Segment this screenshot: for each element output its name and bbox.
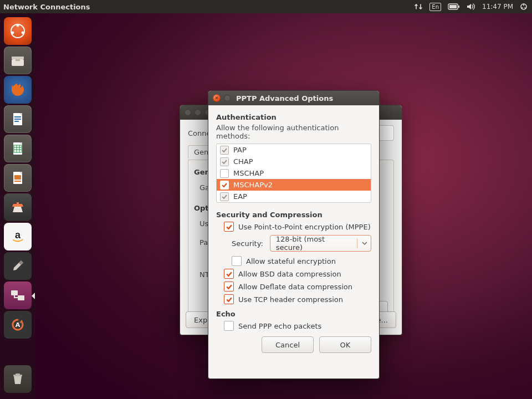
svg-rect-25 (18, 295, 24, 300)
launcher-firefox[interactable] (4, 76, 32, 104)
minimize-icon[interactable] (195, 109, 201, 116)
svg-rect-16 (13, 142, 22, 155)
svg-text:a: a (15, 229, 21, 241)
checkbox-icon[interactable] (224, 294, 234, 304)
security-header: Security and Compression (216, 211, 371, 219)
svg-rect-8 (12, 57, 24, 59)
svg-rect-1 (449, 5, 457, 8)
svg-rect-19 (14, 175, 21, 180)
security-level-label: Security: (232, 239, 263, 248)
deflate-option[interactable]: Allow Deflate data compression (224, 282, 371, 291)
svg-rect-13 (14, 116, 21, 117)
tcphdr-option[interactable]: Use TCP header compression (224, 294, 371, 304)
launcher-network-connections[interactable] (4, 282, 32, 309)
cancel-button[interactable]: Cancel (262, 336, 314, 353)
battery-indicator-icon[interactable] (448, 3, 460, 10)
auth-method-mschap[interactable]: MSCHAP (217, 167, 371, 179)
checkbox-icon[interactable] (220, 146, 229, 155)
security-level-value: 128-bit (most secure) (276, 235, 352, 252)
auth-method-list: PAP CHAP MSCHAP MSCHAPv2 EAP (216, 144, 371, 203)
network-indicator-icon[interactable] (414, 3, 423, 11)
ok-button-label: OK (340, 341, 351, 349)
checkbox-icon[interactable] (224, 282, 234, 291)
deflate-label: Allow Deflate data compression (238, 283, 352, 291)
svg-rect-20 (14, 181, 21, 182)
svg-rect-10 (16, 59, 20, 61)
dialog-title: PPTP Advanced Options (236, 94, 333, 103)
active-window-title: Network Connections (3, 3, 90, 11)
checkbox-icon[interactable] (224, 269, 234, 279)
svg-rect-2 (458, 6, 459, 8)
checkbox-icon[interactable] (220, 169, 229, 178)
echo-label: Send PPP echo packets (238, 322, 321, 330)
launcher-software-center[interactable] (4, 193, 32, 221)
cancel-button-label: Cancel (275, 341, 300, 349)
mppe-option[interactable]: Use Point-to-Point encryption (MPPE) (224, 222, 371, 232)
auth-method-label: MSCHAPv2 (233, 181, 273, 189)
launcher-updater[interactable]: A (4, 311, 32, 339)
checkbox-icon[interactable] (224, 222, 234, 232)
pptp-advanced-dialog: ✕ PPTP Advanced Options Authentication A… (208, 90, 380, 379)
launcher-dash[interactable] (4, 17, 32, 45)
svg-rect-29 (16, 374, 20, 375)
launcher-settings[interactable] (4, 252, 32, 280)
checkbox-icon[interactable] (232, 256, 242, 266)
svg-rect-24 (11, 290, 18, 295)
session-indicator-icon[interactable] (520, 3, 528, 11)
auth-method-label: MSCHAP (233, 169, 264, 177)
close-icon[interactable]: ✕ (213, 94, 221, 102)
bsd-label: Allow BSD data compression (238, 270, 341, 278)
svg-rect-15 (14, 121, 19, 122)
checkbox-icon[interactable] (220, 157, 229, 166)
svg-point-6 (22, 32, 24, 34)
auth-method-mschapv2[interactable]: MSCHAPv2 (217, 179, 371, 191)
auth-method-pap[interactable]: PAP (217, 144, 371, 156)
close-icon[interactable] (185, 109, 191, 116)
auth-method-label: PAP (233, 146, 247, 154)
desktop: Network Connections En 11:47 PM (0, 0, 532, 399)
launcher-files[interactable] (4, 47, 32, 74)
minimize-icon[interactable] (224, 95, 231, 101)
echo-header: Echo (216, 310, 371, 318)
launcher-trash[interactable] (4, 365, 32, 393)
auth-instruction: Allow the following authentication metho… (216, 124, 371, 140)
auth-method-label: EAP (233, 192, 247, 201)
clock[interactable]: 11:47 PM (482, 3, 513, 11)
chevron-down-icon (362, 241, 367, 246)
keyboard-indicator[interactable]: En (429, 3, 441, 11)
auth-method-chap[interactable]: CHAP (217, 156, 371, 167)
svg-text:A: A (16, 321, 21, 329)
mppe-label: Use Point-to-Point encryption (MPPE) (238, 223, 371, 231)
launcher-impress[interactable] (4, 164, 32, 192)
launcher-writer[interactable] (4, 105, 32, 133)
keyboard-lang-label: En (429, 3, 441, 11)
stateful-label: Allow stateful encryption (246, 257, 336, 265)
auth-method-eap[interactable]: EAP (217, 191, 371, 202)
ok-button[interactable]: OK (319, 336, 371, 353)
auth-header: Authentication (216, 113, 371, 121)
launcher: a A (0, 13, 35, 399)
auth-method-label: CHAP (233, 157, 253, 166)
launcher-amazon[interactable]: a (4, 223, 32, 250)
svg-rect-21 (17, 202, 19, 205)
checkbox-icon[interactable] (220, 192, 229, 201)
top-panel: Network Connections En 11:47 PM (0, 0, 532, 13)
sound-indicator-icon[interactable] (467, 3, 475, 11)
svg-rect-14 (14, 119, 21, 120)
dialog-titlebar[interactable]: ✕ PPTP Advanced Options (208, 91, 379, 105)
stateful-option[interactable]: Allow stateful encryption (232, 256, 371, 266)
tcphdr-label: Use TCP header compression (238, 295, 343, 304)
launcher-calc[interactable] (4, 135, 32, 162)
checkbox-icon[interactable] (220, 181, 229, 190)
svg-point-5 (17, 24, 19, 27)
checkbox-icon[interactable] (224, 321, 234, 331)
echo-option[interactable]: Send PPP echo packets (224, 321, 371, 331)
bsd-option[interactable]: Allow BSD data compression (224, 269, 371, 279)
security-level-combo[interactable]: 128-bit (most secure) (270, 235, 371, 252)
svg-point-7 (12, 32, 14, 34)
